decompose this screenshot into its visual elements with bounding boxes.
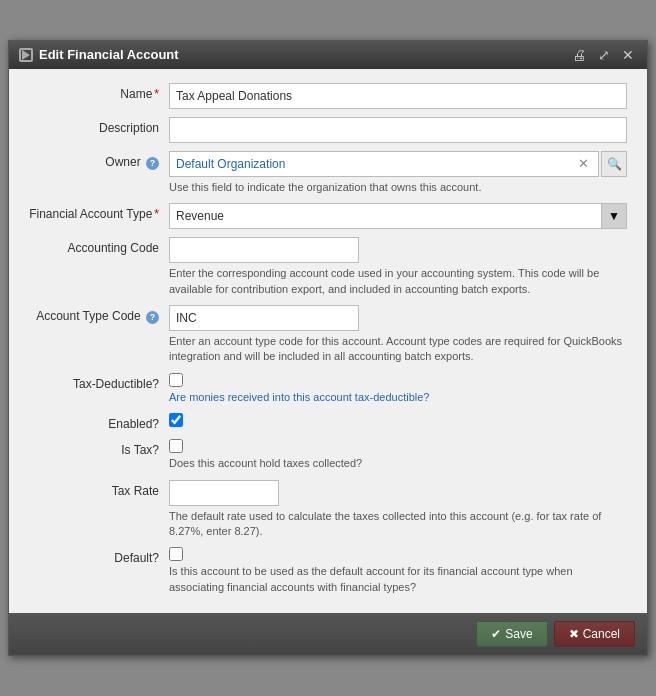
tax-deductible-checkbox[interactable] [169,373,183,387]
enabled-label: Enabled? [29,413,169,431]
description-input[interactable] [169,117,627,143]
tax-deductible-row: Tax-Deductible? Are monies received into… [29,373,627,405]
cancel-button[interactable]: ✖ Cancel [554,621,635,647]
close-button[interactable]: ✕ [619,47,637,63]
is-tax-control-area: Does this account hold taxes collected? [169,439,627,471]
owner-row: Owner ? Default Organization ✕ 🔍 Use thi… [29,151,627,195]
description-row: Description [29,117,627,143]
bottom-bar: ✔ Save ✖ Cancel [9,613,647,655]
print-button[interactable]: 🖨 [569,47,589,63]
tax-deductible-checkbox-row [169,373,627,387]
accounting-code-label: Accounting Code [29,237,169,255]
owner-label: Owner ? [29,151,169,170]
accounting-code-row: Accounting Code Enter the corresponding … [29,237,627,297]
name-label: Name* [29,83,169,101]
form-body: Name* Description Owner ? Default Organi [9,69,647,613]
account-type-code-help-icon[interactable]: ? [146,311,159,324]
tax-rate-input[interactable] [169,480,279,506]
tax-rate-label: Tax Rate [29,480,169,498]
dialog-title: Edit Financial Account [39,47,179,62]
name-row: Name* [29,83,627,109]
name-input[interactable] [169,83,627,109]
tax-deductible-label: Tax-Deductible? [29,373,169,391]
accounting-code-input[interactable] [169,237,359,263]
is-tax-checkbox[interactable] [169,439,183,453]
is-tax-label: Is Tax? [29,439,169,457]
financial-account-type-row: Financial Account Type* Revenue Expense … [29,203,627,229]
save-checkmark-icon: ✔ [491,627,501,641]
owner-control-area: Default Organization ✕ 🔍 Use this field … [169,151,627,195]
accounting-code-hint: Enter the corresponding account code use… [169,266,627,297]
tax-rate-hint: The default rate used to calculate the t… [169,509,627,540]
default-checkbox[interactable] [169,547,183,561]
title-bar: Edit Financial Account 🖨 ⤢ ✕ [9,41,647,69]
default-hint: Is this account to be used as the defaul… [169,564,627,595]
save-button[interactable]: ✔ Save [476,621,547,647]
tax-rate-row: Tax Rate The default rate used to calcul… [29,480,627,540]
svg-marker-0 [22,50,30,60]
enabled-control-area [169,413,627,427]
financial-account-type-control-area: Revenue Expense Asset Liability ▼ [169,203,627,229]
name-control-area [169,83,627,109]
default-control-area: Is this account to be used as the defaul… [169,547,627,595]
default-label: Default? [29,547,169,565]
owner-help-icon[interactable]: ? [146,157,159,170]
default-checkbox-row [169,547,627,561]
owner-hint: Use this field to indicate the organizat… [169,180,627,195]
financial-account-type-select[interactable]: Revenue Expense Asset Liability [169,203,627,229]
owner-search-button[interactable]: 🔍 [601,151,627,177]
tax-deductible-hint-link[interactable]: Are monies received into this account ta… [169,391,429,403]
cancel-x-icon: ✖ [569,627,579,641]
owner-value-text: Default Organization [176,157,285,171]
owner-clear-button[interactable]: ✕ [575,156,592,171]
save-label: Save [505,627,532,641]
cancel-label: Cancel [583,627,620,641]
accounting-code-control-area: Enter the corresponding account code use… [169,237,627,297]
tax-rate-control-area: The default rate used to calculate the t… [169,480,627,540]
edit-financial-account-dialog: Edit Financial Account 🖨 ⤢ ✕ Name* Descr… [8,40,648,656]
title-bar-controls: 🖨 ⤢ ✕ [569,47,637,63]
description-label: Description [29,117,169,135]
enabled-checkbox-row [169,413,627,427]
is-tax-row: Is Tax? Does this account hold taxes col… [29,439,627,471]
owner-input-display[interactable]: Default Organization ✕ [169,151,599,177]
account-type-code-control-area: Enter an account type code for this acco… [169,305,627,365]
default-row: Default? Is this account to be used as t… [29,547,627,595]
enabled-row: Enabled? [29,413,627,431]
financial-account-type-select-wrapper: Revenue Expense Asset Liability ▼ [169,203,627,229]
account-type-code-input[interactable] [169,305,359,331]
tax-deductible-control-area: Are monies received into this account ta… [169,373,627,405]
title-bar-left: Edit Financial Account [19,47,179,62]
expand-button[interactable]: ⤢ [595,47,613,63]
financial-account-type-label: Financial Account Type* [29,203,169,221]
account-type-code-hint: Enter an account type code for this acco… [169,334,627,365]
tax-deductible-hint: Are monies received into this account ta… [169,390,627,405]
is-tax-checkbox-row [169,439,627,453]
account-type-code-row: Account Type Code ? Enter an account typ… [29,305,627,365]
search-icon: 🔍 [607,157,622,171]
is-tax-hint: Does this account hold taxes collected? [169,456,627,471]
enabled-checkbox[interactable] [169,413,183,427]
description-control-area [169,117,627,143]
dialog-icon [19,48,33,62]
owner-field-row: Default Organization ✕ 🔍 [169,151,627,177]
account-type-code-label: Account Type Code ? [29,305,169,324]
